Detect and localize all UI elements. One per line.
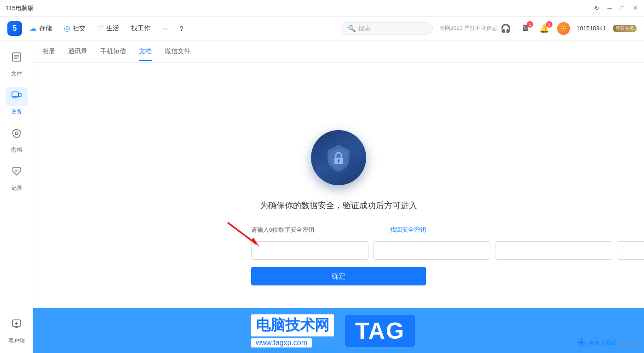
cloud-icon: ☁	[29, 24, 37, 33]
bell-badge: 1	[546, 21, 552, 28]
shield-icon-container	[311, 130, 366, 185]
vip-badge: 原石会员	[613, 25, 637, 32]
search-icon: 🔍	[348, 25, 356, 32]
pin-label: 请输入6位数字安全密钥	[251, 226, 314, 234]
svg-rect-5	[18, 93, 21, 97]
watermark-tag: TAG	[345, 315, 415, 347]
vault-icon	[11, 130, 22, 141]
nav-life[interactable]: ♡ 生活	[92, 21, 125, 35]
header-right: 🎧 🖥 1 🔔 1 😊 101510941 原石会员	[499, 22, 637, 35]
confirm-button[interactable]: 确定	[251, 267, 426, 285]
nav-jobs-label: 找工作	[131, 24, 150, 33]
refresh-button[interactable]: ↻	[593, 5, 600, 11]
app-logo[interactable]: 5	[7, 21, 22, 36]
watermark-url: www.tagxp.com	[251, 338, 312, 347]
nav-social-label: 社交	[73, 24, 86, 33]
content-area: 相册 通讯录 手机短信 文档 微信文件	[33, 40, 644, 353]
headphone-icon: 🎧	[500, 23, 511, 34]
nav-life-label: 生活	[106, 24, 119, 33]
nav-social[interactable]: ◎ 社交	[58, 21, 91, 35]
search-box[interactable]: 🔍	[341, 22, 433, 35]
tab-wechat[interactable]: 微信文件	[165, 42, 190, 61]
heart-icon: ♡	[98, 24, 104, 33]
nav-more[interactable]: ···	[157, 22, 173, 35]
pin-digit-1[interactable]	[251, 241, 368, 260]
jiaguang-circle-icon	[576, 337, 586, 348]
nav-more-label: ···	[162, 25, 168, 32]
screen-badge: 1	[527, 21, 533, 28]
sidebar: 文件 设备	[0, 40, 33, 353]
tab-sms[interactable]: 手机短信	[100, 42, 126, 61]
avatar-icon: 😊	[560, 25, 567, 31]
watermark-overlay: 电脑技术网 www.tagxp.com TAG	[33, 293, 644, 353]
tabs-bar: 相册 通讯录 手机短信 文档 微信文件	[33, 40, 644, 63]
download-icon	[11, 320, 22, 332]
minimize-button[interactable]: ─	[606, 5, 613, 11]
sidebar-records-label: 记录	[11, 184, 22, 192]
sidebar-item-devices[interactable]: 设备	[0, 83, 33, 120]
svg-point-8	[15, 132, 18, 135]
sidebar-item-client[interactable]: 客户端	[0, 312, 33, 348]
header: 5 ☁ 存储 ◎ 社交 ♡ 生活 找工作 ··· ? 🔍 净网2023 严打不良…	[0, 17, 644, 40]
jiaguang-logo: 极光下载站 xz7.com	[576, 337, 638, 348]
svg-rect-16	[338, 161, 339, 163]
jiaguang-url: xz7.com	[619, 340, 638, 346]
screen-button[interactable]: 🖥 1	[518, 22, 531, 35]
pin-recover-link[interactable]: 找回安全密钥	[390, 226, 426, 234]
titlebar: 115电脑版 ↻ ─ □ ✕	[0, 0, 644, 17]
pin-inputs	[251, 241, 426, 260]
sidebar-client-label: 客户端	[8, 337, 25, 345]
tab-contacts[interactable]: 通讯录	[68, 42, 87, 61]
slogan: 净网2023 严打不良信息	[439, 24, 497, 32]
svg-rect-4	[12, 92, 18, 97]
pin-inputs-wrapper	[251, 241, 426, 260]
svg-point-20	[579, 340, 584, 345]
user-avatar[interactable]: 😊	[557, 22, 570, 35]
shield-icon	[322, 142, 355, 174]
search-input[interactable]	[358, 25, 423, 32]
sidebar-vault-label: 密档	[11, 146, 22, 154]
pin-digit-4[interactable]	[617, 241, 644, 260]
sidebar-bottom: 客户端	[0, 312, 33, 348]
bell-button[interactable]: 🔔 1	[538, 22, 551, 35]
app-title: 115电脑版	[6, 4, 34, 12]
social-icon: ◎	[64, 24, 70, 33]
jiaguang-label: 极光下载站	[589, 339, 616, 347]
pin-header: 请输入6位数字安全密钥 找回安全密钥	[251, 226, 426, 234]
user-id[interactable]: 101510941	[576, 25, 606, 32]
pin-digit-2[interactable]	[373, 241, 490, 260]
tab-docs[interactable]: 文档	[139, 42, 152, 61]
security-title: 为确保你的数据安全，验证成功后方可进入	[260, 200, 417, 211]
nav-storage[interactable]: ☁ 存储	[24, 21, 58, 35]
svg-point-19	[577, 338, 586, 347]
close-button[interactable]: ✕	[632, 5, 638, 11]
security-panel: 为确保你的数据安全，验证成功后方可进入 请输入6位数字安全密钥 找回安全密钥	[33, 63, 644, 353]
pin-digit-3[interactable]	[495, 241, 612, 260]
pin-section: 请输入6位数字安全密钥 找回安全密钥	[251, 226, 426, 285]
maximize-button[interactable]: □	[619, 5, 626, 11]
sidebar-devices-label: 设备	[11, 108, 22, 116]
device-icon	[11, 91, 22, 103]
tab-album[interactable]: 相册	[42, 42, 55, 61]
sidebar-item-files[interactable]: 文件	[0, 45, 33, 81]
header-nav: ☁ 存储 ◎ 社交 ♡ 生活 找工作 ··· ?	[24, 21, 339, 35]
nav-help[interactable]: ?	[174, 22, 189, 35]
sidebar-item-vault[interactable]: 密档	[0, 121, 33, 158]
records-icon	[11, 168, 22, 179]
nav-storage-label: 存储	[39, 24, 52, 33]
sidebar-files-label: 文件	[11, 70, 22, 78]
sidebar-item-records[interactable]: 记录	[0, 159, 33, 196]
svg-point-21	[581, 342, 582, 343]
main-layout: 文件 设备	[0, 40, 644, 353]
watermark-cn: 电脑技术网	[251, 314, 334, 336]
nav-jobs[interactable]: 找工作	[126, 22, 156, 35]
nav-help-label: ?	[180, 25, 184, 32]
headphone-button[interactable]: 🎧	[499, 22, 512, 35]
file-icon	[11, 53, 22, 65]
